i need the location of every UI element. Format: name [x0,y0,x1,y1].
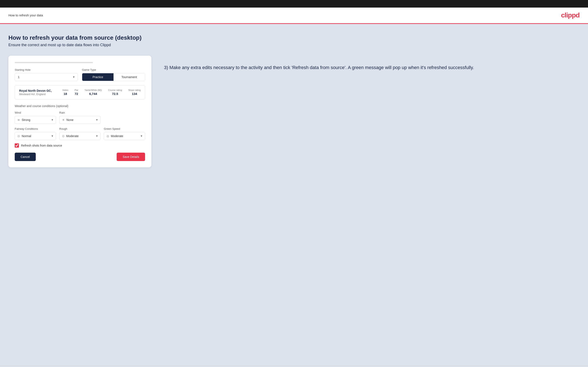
buttons-row: Cancel Save Details [15,153,145,161]
empty-group [104,111,145,124]
rain-label: Rain [59,111,101,114]
rough-select[interactable]: Moderate Light Heavy [65,132,100,140]
form-card: Starting Hole 1 2 10 ▼ Game Type Practic… [9,56,151,167]
save-button[interactable]: Save Details [117,153,145,161]
green-speed-label: Green Speed [104,127,145,130]
holes-stat: Holes 18 [62,89,68,96]
par-stat: Par 72 [75,89,78,96]
rough-label: Rough [59,127,101,130]
par-value: 72 [75,92,78,96]
rain-select-wrapper[interactable]: ☀ None Light Heavy ▼ [59,116,101,124]
game-type-label: Game Type [82,68,145,71]
course-location: Westward Ho!, England [19,93,56,96]
cancel-button[interactable]: Cancel [15,153,36,161]
wind-select[interactable]: Strong None Light Moderate [20,116,56,124]
fairway-select-wrapper[interactable]: Normal Soft Hard ▼ [15,132,56,140]
par-label: Par [75,89,78,91]
course-rating-stat: Course rating 72.5 [108,89,122,96]
holes-label: Holes [62,89,68,91]
fairway-group: Fairway Conditions Normal Soft Hard ▼ [15,127,56,140]
rough-group: Rough Moderate Light Heavy ▼ [59,127,101,140]
fairway-select[interactable]: Normal Soft Hard [20,132,56,140]
wind-rain-row: Wind Strong None Light Moderate ▼ Rain [15,111,145,124]
rough-select-wrapper[interactable]: Moderate Light Heavy ▼ [59,132,101,140]
top-bar [0,0,588,8]
rain-icon: ☀ [60,118,65,122]
game-type-group: Game Type Practice Tournament [82,68,145,81]
fairway-icon [15,134,20,138]
header: How to refresh your data clippd [0,8,588,23]
holes-value: 18 [63,92,67,96]
rain-select[interactable]: None Light Heavy [65,116,100,124]
wind-group: Wind Strong None Light Moderate ▼ [15,111,56,124]
page-title: How to refresh your data from source (de… [9,34,579,41]
tournament-button[interactable]: Tournament [113,73,145,81]
refresh-checkbox-label[interactable]: Refresh shots from data source [21,144,62,147]
conditions-title: Weather and course conditions (optional) [15,104,145,108]
green-icon [104,134,109,138]
course-stats: Holes 18 Par 72 Yards/White (M)) 6,744 C… [62,89,141,96]
side-note-text: 3) Make any extra edits necessary to the… [164,64,579,71]
yards-label: Yards/White (M)) [85,89,102,91]
slope-rating-stat: Slope rating 134 [128,89,141,96]
rough-icon [60,134,65,138]
page-subtitle: Ensure the correct and most up to date d… [9,43,579,47]
course-rating-label: Course rating [108,89,122,91]
course-info-box: Royal North Devon GC, Westward Ho!, Engl… [15,85,145,99]
slope-rating-value: 134 [132,92,137,96]
fairway-rough-green-row: Fairway Conditions Normal Soft Hard ▼ Ro… [15,127,145,140]
content-area: Starting Hole 1 2 10 ▼ Game Type Practic… [9,56,579,167]
course-name: Royal North Devon GC, [19,89,56,92]
starting-hole-select-wrapper[interactable]: 1 2 10 ▼ [15,73,78,81]
side-description: 3) Make any extra edits necessary to the… [164,56,579,71]
practice-button[interactable]: Practice [82,73,113,81]
starting-hole-label: Starting Hole [15,68,78,71]
checkbox-row: Refresh shots from data source [15,143,145,148]
slope-rating-label: Slope rating [128,89,141,91]
refresh-checkbox[interactable] [15,143,19,148]
logo: clippd [561,11,579,19]
header-title: How to refresh your data [9,13,43,17]
top-form-row: Starting Hole 1 2 10 ▼ Game Type Practic… [15,68,145,81]
footer: Copyright Clippd 2022 [0,366,588,367]
card-top-strip [15,62,93,63]
wind-label: Wind [15,111,56,114]
course-rating-value: 72.5 [112,92,118,96]
game-type-buttons: Practice Tournament [82,73,145,81]
starting-hole-select[interactable]: 1 2 10 [15,73,78,81]
green-speed-group: Green Speed Moderate Slow Fast ▼ [104,127,145,140]
fairway-label: Fairway Conditions [15,127,56,130]
yards-value: 6,744 [89,92,97,96]
wind-icon [15,118,20,122]
main-content: How to refresh your data from source (de… [0,24,588,366]
rain-group: Rain ☀ None Light Heavy ▼ [59,111,101,124]
yards-stat: Yards/White (M)) 6,744 [85,89,102,96]
wind-select-wrapper[interactable]: Strong None Light Moderate ▼ [15,116,56,124]
starting-hole-group: Starting Hole 1 2 10 ▼ [15,68,78,81]
green-speed-select[interactable]: Moderate Slow Fast [109,132,145,140]
course-name-section: Royal North Devon GC, Westward Ho!, Engl… [19,89,56,96]
green-speed-select-wrapper[interactable]: Moderate Slow Fast ▼ [104,132,145,140]
